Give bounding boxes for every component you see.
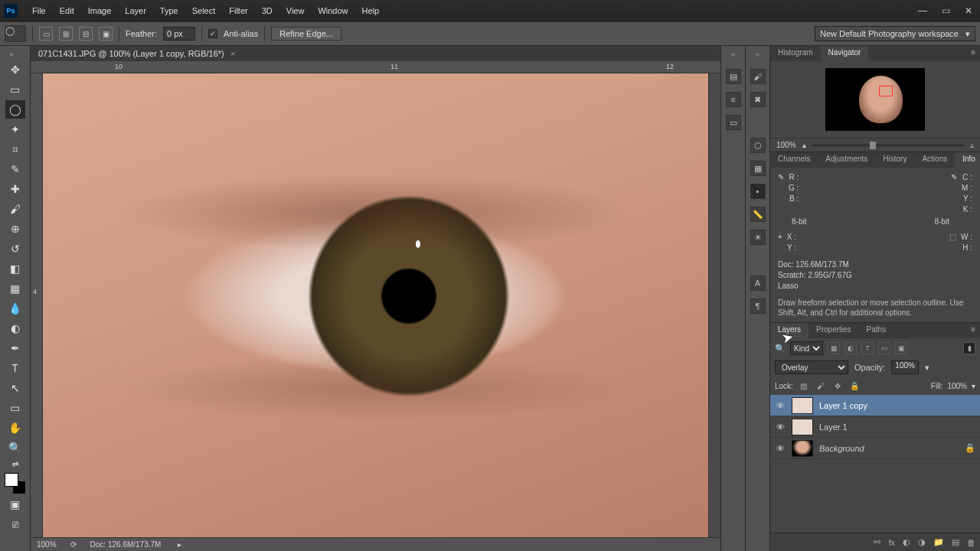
status-arrow-icon[interactable]: ▸ [178,540,181,549]
tab-history[interactable]: History [875,152,914,168]
gradient-tool[interactable]: ▦ [5,279,25,298]
expand-icon[interactable]: « [731,51,735,58]
marquee-tool[interactable]: ▭ [5,80,25,99]
panel-menu-icon[interactable]: ≡ [966,46,980,61]
antialias-checkbox[interactable]: ✓ [208,29,217,38]
menu-edit[interactable]: Edit [55,3,79,18]
filter-kind-select[interactable]: Kind [790,341,823,355]
new-selection-icon[interactable]: ▭ [39,27,53,41]
crop-tool[interactable]: ⌗ [5,140,25,158]
collapse-icon[interactable]: » [10,51,21,58]
stamp-tool[interactable]: ⊕ [5,220,25,238]
menu-filter[interactable]: Filter [224,3,252,18]
subtract-selection-icon[interactable]: ⊟ [79,27,93,41]
zoom-tool[interactable]: 🔍 [5,439,25,457]
filter-shape-icon[interactable]: ▭ [878,342,890,354]
path-tool[interactable]: ↖ [5,379,25,397]
lock-all-icon[interactable]: 🔒 [848,380,861,392]
layer-thumbnail[interactable] [792,440,813,457]
swap-colors-icon[interactable]: ⇄ [5,458,25,469]
filter-adjust-icon[interactable]: ◐ [844,342,857,354]
dock-icon-1[interactable]: ▤ [726,69,741,84]
dock-icon-brush[interactable]: 🖌 [750,69,766,84]
zoom-slider[interactable] [812,144,964,147]
eyedropper-tool[interactable]: ✎ [5,160,25,178]
layer-mask-icon[interactable]: ◐ [903,537,910,547]
history-brush-tool[interactable]: ↺ [5,240,25,258]
menu-layer[interactable]: Layer [120,3,151,18]
layer-thumbnail[interactable] [792,397,813,414]
dock-icon-measure[interactable]: 📏 [750,207,766,222]
menu-type[interactable]: Type [155,3,183,18]
lock-position-icon[interactable]: ✥ [831,380,844,392]
visibility-icon[interactable]: 👁 [775,444,786,453]
opacity-value[interactable]: 100% [891,360,919,374]
layer-thumbnail[interactable] [792,419,813,435]
tab-channels[interactable]: Channels [770,152,818,168]
chevron-down-icon[interactable]: ▾ [972,382,975,390]
zoom-out-icon[interactable]: ▴ [802,141,806,149]
tab-layers[interactable]: Layers [770,323,808,338]
dock-icon-3d[interactable]: ⬡ [750,138,766,153]
canvas[interactable] [43,73,708,537]
visibility-icon[interactable]: 👁 [775,422,786,432]
color-swatch[interactable] [5,473,26,494]
chevron-down-icon[interactable]: ▾ [925,363,929,373]
dock-icon-3[interactable]: ▭ [726,115,741,130]
tab-adjustments[interactable]: Adjustments [818,152,875,168]
filter-toggle[interactable]: ▮ [963,342,975,354]
maximize-button[interactable]: ▭ [934,2,957,19]
layer-row[interactable]: 👁Layer 1 copy [770,395,980,416]
move-tool[interactable]: ✥ [5,60,25,79]
pen-tool[interactable]: ✒ [5,339,25,357]
zoom-value[interactable]: 100% [776,141,796,149]
visibility-icon[interactable]: 👁 [775,401,786,410]
tab-actions[interactable]: Actions [914,152,955,168]
menu-image[interactable]: Image [83,3,116,18]
delete-layer-icon[interactable]: 🗑 [967,538,975,547]
dock-icon-para[interactable]: ¶ [750,298,766,314]
expand-icon[interactable]: « [756,51,760,58]
brush-tool[interactable]: 🖌 [5,200,25,218]
dock-icon-dark[interactable]: ▪ [750,184,766,199]
document-tab[interactable]: 071C1431.JPG @ 100% (Layer 1 copy, RGB/1… [31,46,720,61]
group-icon[interactable]: 📁 [933,537,944,547]
blur-tool[interactable]: 💧 [5,299,25,318]
dodge-tool[interactable]: ◐ [5,319,25,337]
refine-edge-button[interactable]: Refine Edge... [271,27,341,41]
menu-view[interactable]: View [282,3,309,18]
filter-pixel-icon[interactable]: ▦ [828,342,840,354]
close-button[interactable]: ✕ [957,2,980,19]
fill-value[interactable]: 100% [947,382,967,390]
menu-file[interactable]: File [28,3,51,18]
filter-smart-icon[interactable]: ▣ [895,342,907,354]
shape-tool[interactable]: ▭ [5,399,25,417]
menu-help[interactable]: Help [358,3,384,18]
status-zoom[interactable]: 100% [37,540,57,549]
intersect-selection-icon[interactable]: ▣ [99,27,113,41]
tab-properties[interactable]: Properties [808,323,859,338]
scrollbar-vertical[interactable] [708,73,720,537]
new-layer-icon[interactable]: ▤ [952,537,959,547]
close-tab-icon[interactable]: × [230,49,235,58]
eraser-tool[interactable]: ◧ [5,259,25,278]
tool-preset-button[interactable]: ◯ [5,25,26,42]
menu-select[interactable]: Select [188,3,220,18]
link-layers-icon[interactable]: ⚯ [874,537,880,547]
quickmask-button[interactable]: ▣ [5,495,25,514]
lasso-tool[interactable]: ◯ [5,100,25,119]
tab-navigator[interactable]: Navigator [821,46,869,61]
type-tool[interactable]: T [5,359,25,377]
status-icon[interactable]: ⟳ [70,540,77,549]
minimize-button[interactable]: — [911,2,934,19]
dock-icon-layers[interactable]: ▦ [750,161,766,176]
lock-transparency-icon[interactable]: ▨ [798,380,810,392]
menu-window[interactable]: Window [313,3,352,18]
dock-icon-adjust[interactable]: ☀ [750,230,766,245]
panel-menu-icon[interactable]: ≡ [966,323,980,338]
layer-row[interactable]: 👁Background🔒 [770,438,980,459]
tab-paths[interactable]: Paths [859,323,894,338]
lock-pixels-icon[interactable]: 🖌 [815,380,827,392]
zoom-in-icon[interactable]: ▵ [970,141,974,149]
dock-icon-settings[interactable]: ✖ [750,92,766,107]
